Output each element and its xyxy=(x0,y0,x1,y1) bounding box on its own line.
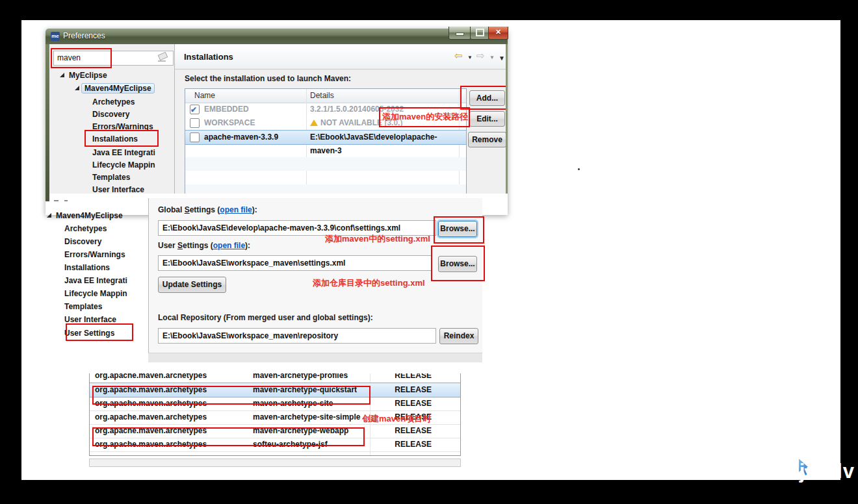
label-text: ettings ( xyxy=(190,205,220,214)
header-divider xyxy=(175,69,506,69)
tree-item-lifecycle-mapping[interactable]: Lifecycle Mappin xyxy=(64,288,127,299)
artifact-id: maven-archetype-quickstart xyxy=(253,383,357,397)
archetype-row-profiles[interactable]: org.apache.maven.archetypes maven-archet… xyxy=(90,373,460,383)
installations-table[interactable]: Name Details ✔ EMBEDDED 3.2.1/1.5.0.2014… xyxy=(185,88,467,194)
column-name[interactable]: Name xyxy=(194,89,215,103)
view-menu-icon[interactable]: ▼ xyxy=(499,55,505,62)
open-file-link[interactable]: open file xyxy=(213,241,245,250)
local-repository-input[interactable]: E:\Ebook\JavaSE\workspace_maven\reposito… xyxy=(158,328,436,344)
close-icon: ✕ xyxy=(489,27,508,38)
label-text: ): xyxy=(245,241,250,250)
label-mnemonic: S xyxy=(185,205,190,214)
forward-dropdown-icon[interactable]: ▼ xyxy=(489,55,495,60)
tree-item-java-ee-integration[interactable]: Java EE Integrati xyxy=(64,275,127,286)
group-id: org.apache.maven.archetypes xyxy=(95,373,207,383)
artifact-id: maven-archetype-webapp xyxy=(253,424,348,438)
tree-item-user-settings[interactable]: User Settings xyxy=(64,328,114,338)
column-details[interactable]: Details xyxy=(310,89,334,103)
archetype-row-quickstart-selected[interactable]: org.apache.maven.archetypes maven-archet… xyxy=(90,383,460,397)
artifact-id: softeu-archetype-jsf xyxy=(253,438,328,451)
version: RELEASE xyxy=(373,438,432,451)
table-row-embedded[interactable]: ✔ EMBEDDED 3.2.1/1.5.0.20140605-2032 xyxy=(185,103,466,116)
tree-item-installations[interactable]: Installations xyxy=(64,262,110,273)
tree-item-errors-warnings[interactable]: Errors/Warnings xyxy=(64,249,125,260)
archetype-row-softeu-jsf[interactable]: org.apache.maven.archetypes softeu-arche… xyxy=(90,438,460,452)
remove-button[interactable]: Remove xyxy=(468,132,506,147)
checkbox-unchecked[interactable] xyxy=(190,132,200,142)
tree-item-archetypes[interactable]: Archetypes xyxy=(92,97,135,107)
selected-tree-label: Maven4MyEclipse xyxy=(81,83,155,94)
expand-icon[interactable] xyxy=(47,213,51,218)
group-id: org.apache.maven.archetypes xyxy=(95,397,207,410)
tree-item-archetypes[interactable]: Archetypes xyxy=(64,223,107,234)
label-text: Global xyxy=(158,205,185,214)
edit-button[interactable]: Edit... xyxy=(469,111,505,127)
tree-item-maven4myeclipse[interactable]: Maven4MyEclipse xyxy=(56,210,123,221)
browse-global-button[interactable]: Browse... xyxy=(438,221,477,237)
label-text: User xyxy=(158,241,177,250)
maximize-button[interactable] xyxy=(470,27,489,40)
label-mnemonic: S xyxy=(177,241,183,250)
clipped-text-fragment xyxy=(64,200,68,201)
dialog-body: maven MyEclipse Maven4MyEclipse Archetyp… xyxy=(49,44,506,194)
annotation-user-setting: 添加仓库目录中的setting.xml xyxy=(313,277,425,289)
tree-item-discovery[interactable]: Discovery xyxy=(64,236,101,247)
tree-item-myeclipse[interactable]: MyEclipse xyxy=(69,70,107,81)
screenshot-canvas: me Preferences ✕ maven MyEclipse Maven4M… xyxy=(0,0,858,504)
archetype-row-webapp[interactable]: org.apache.maven.archetypes maven-archet… xyxy=(90,424,460,438)
artifact-id: maven-archetype-profiles xyxy=(253,373,348,383)
table-row-apache-maven-selected[interactable]: apache-maven-3.3.9 E:\Ebook\JavaSE\devel… xyxy=(185,130,466,145)
tree-item-user-interface[interactable]: User Interface xyxy=(92,184,144,194)
expand-icon[interactable] xyxy=(75,86,79,90)
browse-user-button[interactable]: Browse... xyxy=(438,256,477,272)
back-icon[interactable]: ⇦ xyxy=(454,51,463,60)
tree-item-user-interface[interactable]: User Interface xyxy=(64,314,116,325)
open-file-link[interactable]: open file xyxy=(220,205,252,214)
page-background: me Preferences ✕ maven MyEclipse Maven4M… xyxy=(21,20,840,480)
version: RELEASE xyxy=(373,383,432,397)
checkbox-unchecked[interactable] xyxy=(190,118,200,128)
tree-item-errors-warnings[interactable]: Errors/Warnings xyxy=(92,121,153,132)
clipped-text-fragment xyxy=(54,200,58,201)
page-title: Installations xyxy=(184,52,233,62)
tree-item-lifecycle-mapping[interactable]: Lifecycle Mappin xyxy=(92,160,155,170)
tree-item-installations[interactable]: Installations xyxy=(92,134,138,144)
filter-search-input[interactable]: maven xyxy=(53,51,174,66)
install-details: E:\Ebook\JavaSE\develop\apache-maven-3 xyxy=(310,131,458,158)
installations-subtitle: Select the installation used to launch M… xyxy=(185,74,351,83)
local-repository-label: Local Repository (From merged user and g… xyxy=(158,313,373,322)
dialog-title: Preferences xyxy=(63,31,105,40)
dot-artifact xyxy=(578,168,580,170)
table-header[interactable]: Name Details xyxy=(185,89,466,103)
back-dropdown-icon[interactable]: ▼ xyxy=(467,55,473,60)
watermark-text: tujidelv xyxy=(779,460,855,483)
warning-icon xyxy=(310,120,318,126)
checkbox-checked[interactable]: ✔ xyxy=(190,105,200,114)
close-button[interactable]: ✕ xyxy=(488,27,508,40)
expand-icon[interactable] xyxy=(60,73,64,77)
version: RELEASE xyxy=(373,373,432,383)
artifact-id: maven-archetype-site xyxy=(253,397,333,410)
tree-item-java-ee-integration[interactable]: Java EE Integrati xyxy=(92,147,155,158)
tree-item-discovery[interactable]: Discovery xyxy=(92,109,129,120)
horizontal-scrollbar[interactable] xyxy=(89,459,461,467)
install-name: apache-maven-3.3.9 xyxy=(204,131,278,144)
install-details: NOT AVAILABLE [3.0,) xyxy=(320,116,402,130)
table-row-workspace[interactable]: WORKSPACE NOT AVAILABLE [3.0,) xyxy=(185,116,466,130)
minimize-button[interactable] xyxy=(448,27,471,40)
archetype-row-site[interactable]: org.apache.maven.archetypes maven-archet… xyxy=(90,397,460,411)
update-settings-button[interactable]: Update Settings xyxy=(158,277,226,293)
group-id: org.apache.maven.archetypes xyxy=(95,438,207,451)
tree-item-templates[interactable]: Templates xyxy=(92,172,130,183)
forward-icon[interactable]: ⇨ xyxy=(476,51,485,60)
minimize-icon xyxy=(456,32,464,36)
reindex-button[interactable]: Reindex xyxy=(439,328,478,344)
tree-item-maven4myeclipse[interactable]: Maven4MyEclipse xyxy=(84,83,155,94)
dialog-titlebar[interactable]: me Preferences xyxy=(46,29,508,44)
user-settings-path-input[interactable]: E:\Ebook\JavaSE\workspace_maven\settings… xyxy=(158,255,432,271)
tree-panel-divider xyxy=(148,198,149,362)
user-settings-label: User Settings (open file): xyxy=(158,241,250,250)
group-id: org.apache.maven.archetypes xyxy=(95,424,207,438)
tree-item-templates[interactable]: Templates xyxy=(64,301,102,312)
add-button[interactable]: Add... xyxy=(469,90,505,106)
